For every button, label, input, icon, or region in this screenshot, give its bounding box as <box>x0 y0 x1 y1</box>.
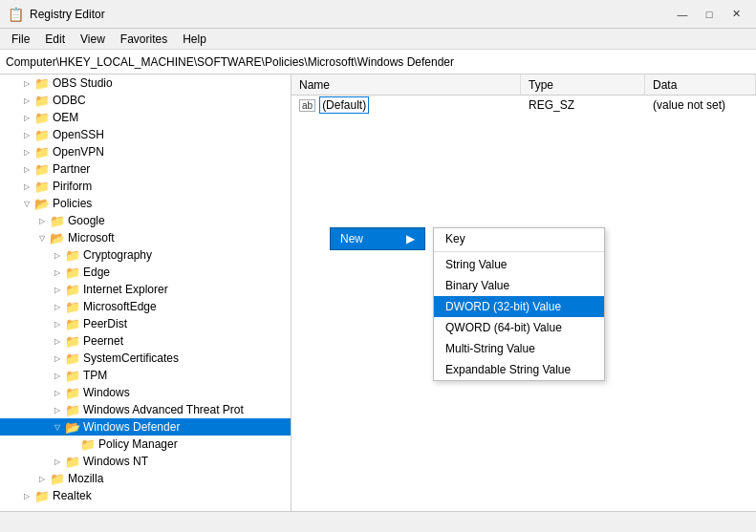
tree-item-internet-explorer[interactable]: ▷ 📁 Internet Explorer <box>0 281 291 298</box>
tree-item-systemcertificates[interactable]: ▷ 📁 SystemCertificates <box>0 350 291 367</box>
column-headers: Name Type Data <box>292 74 756 96</box>
tree-label: Windows NT <box>83 455 148 468</box>
submenu-arrow-icon: ▶ <box>406 232 415 245</box>
expand-icon: ▽ <box>19 196 34 211</box>
expand-icon: ▷ <box>19 161 34 177</box>
tree-item-peerdist[interactable]: ▷ 📁 PeerDist <box>0 315 291 332</box>
folder-icon: 📁 <box>80 437 96 452</box>
tree-item-policy-manager[interactable]: 📁 Policy Manager <box>0 436 291 453</box>
folder-icon: 📁 <box>65 317 80 331</box>
folder-icon: 📁 <box>65 300 80 314</box>
tree-item-policies[interactable]: ▽ 📂 Policies <box>0 195 291 212</box>
tree-item-edge[interactable]: ▷ 📁 Edge <box>0 264 291 281</box>
tree-label: Realtek <box>53 489 92 502</box>
tree-item-partner[interactable]: ▷ 📁 Partner <box>0 160 291 178</box>
context-menu: New ▶ Key String Value Binary Value DWOR… <box>330 227 425 250</box>
right-panel: Name Type Data ab (Default) REG_SZ (valu… <box>292 74 756 511</box>
reg-ab-icon: ab <box>299 99 315 112</box>
submenu-item-expandable-string[interactable]: Expandable String Value <box>434 359 604 380</box>
status-bar <box>0 511 756 532</box>
submenu-item-multi-string[interactable]: Multi-String Value <box>434 338 604 359</box>
close-button[interactable]: ✕ <box>724 4 748 25</box>
submenu-item-key[interactable]: Key <box>434 228 604 249</box>
expand-icon: ▷ <box>50 333 65 349</box>
folder-icon: 📁 <box>34 180 50 194</box>
reg-name-value: (Default) <box>319 96 369 114</box>
folder-icon: 📁 <box>34 128 50 142</box>
submenu-item-dword[interactable]: DWORD (32-bit) Value <box>434 296 604 317</box>
expand-icon: ▷ <box>50 385 65 400</box>
submenu-item-binary-value[interactable]: Binary Value <box>434 275 604 296</box>
submenu-item-string-value[interactable]: String Value <box>434 254 604 275</box>
expand-icon: ▷ <box>19 110 34 125</box>
tree-label: ODBC <box>53 94 86 107</box>
expand-icon: ▷ <box>50 265 65 280</box>
tree-label: Internet Explorer <box>83 283 168 296</box>
tree-label: Windows Advanced Threat Prot <box>83 403 244 416</box>
tree-item-mozilla[interactable]: ▷ 📁 Mozilla <box>0 470 291 487</box>
submenu-item-qword[interactable]: QWORD (64-bit) Value <box>434 317 604 338</box>
folder-icon: 📁 <box>65 386 80 400</box>
registry-row-default[interactable]: ab (Default) REG_SZ (value not set) <box>292 96 756 115</box>
tree-item-obs-studio[interactable]: ▷ 📁 OBS Studio <box>0 74 291 92</box>
expand-icon: ▷ <box>19 144 34 160</box>
tree-item-google[interactable]: ▷ 📁 Google <box>0 212 291 229</box>
folder-icon: 📁 <box>65 455 80 469</box>
folder-icon: 📁 <box>34 162 50 177</box>
tree-label: Microsoft <box>68 231 115 245</box>
folder-icon: 📂 <box>34 197 50 211</box>
tree-scroll[interactable]: ▷ 📁 OBS Studio ▷ 📁 ODBC ▷ 📁 OEM ▷ 📁 Open… <box>0 74 291 511</box>
tree-item-microsoftedge[interactable]: ▷ 📁 MicrosoftEdge <box>0 298 291 315</box>
expand-icon: ▷ <box>19 179 34 194</box>
tree-item-windows-defender[interactable]: ▽ 📂 Windows Defender <box>0 418 291 436</box>
tree-item-openssh[interactable]: ▷ 📁 OpenSSH <box>0 126 291 143</box>
expand-icon: ▷ <box>34 213 50 228</box>
menu-bar: File Edit View Favorites Help <box>0 29 756 50</box>
maximize-button[interactable]: □ <box>697 4 722 25</box>
new-button[interactable]: New ▶ <box>330 227 425 250</box>
folder-icon: 📁 <box>50 214 65 228</box>
tree-item-openvpn[interactable]: ▷ 📁 OpenVPN <box>0 143 291 160</box>
tree-label: Google <box>68 214 105 227</box>
tree-item-peernet[interactable]: ▷ 📁 Peernet <box>0 332 291 350</box>
menu-file[interactable]: File <box>4 31 37 48</box>
folder-icon: 📁 <box>50 472 65 486</box>
tree-item-realtek[interactable]: ▷ 📁 Realtek <box>0 487 291 504</box>
tree-item-windows[interactable]: ▷ 📁 Windows <box>0 384 291 401</box>
address-path: Computer\HKEY_LOCAL_MACHINE\SOFTWARE\Pol… <box>6 55 454 69</box>
submenu-divider <box>434 251 604 252</box>
menu-view[interactable]: View <box>73 31 113 48</box>
folder-icon: 📁 <box>65 248 80 263</box>
tree-label: Partner <box>53 162 90 176</box>
tree-label: TPM <box>83 369 107 382</box>
address-bar: Computer\HKEY_LOCAL_MACHINE\SOFTWARE\Pol… <box>0 50 756 74</box>
tree-item-cryptography[interactable]: ▷ 📁 Cryptography <box>0 246 291 264</box>
tree-label: OBS Studio <box>53 76 113 90</box>
expand-icon: ▷ <box>19 75 34 91</box>
expand-icon: ▷ <box>19 488 34 503</box>
expand-icon: ▷ <box>50 368 65 383</box>
tree-item-microsoft[interactable]: ▽ 📂 Microsoft <box>0 229 291 246</box>
tree-item-oem[interactable]: ▷ 📁 OEM <box>0 109 291 126</box>
tree-label: OpenSSH <box>53 128 104 141</box>
menu-help[interactable]: Help <box>175 31 214 48</box>
main-content: ▷ 📁 OBS Studio ▷ 📁 ODBC ▷ 📁 OEM ▷ 📁 Open… <box>0 74 756 511</box>
tree-item-odbc[interactable]: ▷ 📁 ODBC <box>0 92 291 109</box>
app-icon: 📋 <box>8 7 24 22</box>
tree-label: OpenVPN <box>53 145 104 159</box>
expand-icon: ▽ <box>50 419 65 435</box>
tree-item-windows-nt[interactable]: ▷ 📁 Windows NT <box>0 453 291 470</box>
minimize-button[interactable]: — <box>670 4 695 25</box>
tree-item-piriform[interactable]: ▷ 📁 Piriform <box>0 178 291 195</box>
tree-label: SystemCertificates <box>83 351 179 365</box>
reg-name-cell: ab (Default) <box>292 96 521 114</box>
expand-icon: ▷ <box>50 454 65 469</box>
folder-icon: 📂 <box>65 420 80 435</box>
expand-icon: ▷ <box>19 93 34 108</box>
menu-edit[interactable]: Edit <box>37 31 73 48</box>
menu-favorites[interactable]: Favorites <box>113 31 175 48</box>
folder-icon: 📁 <box>34 111 50 125</box>
tree-item-tpm[interactable]: ▷ 📁 TPM <box>0 367 291 384</box>
expand-icon: ▷ <box>19 127 34 142</box>
tree-item-windows-atp[interactable]: ▷ 📁 Windows Advanced Threat Prot <box>0 401 291 418</box>
